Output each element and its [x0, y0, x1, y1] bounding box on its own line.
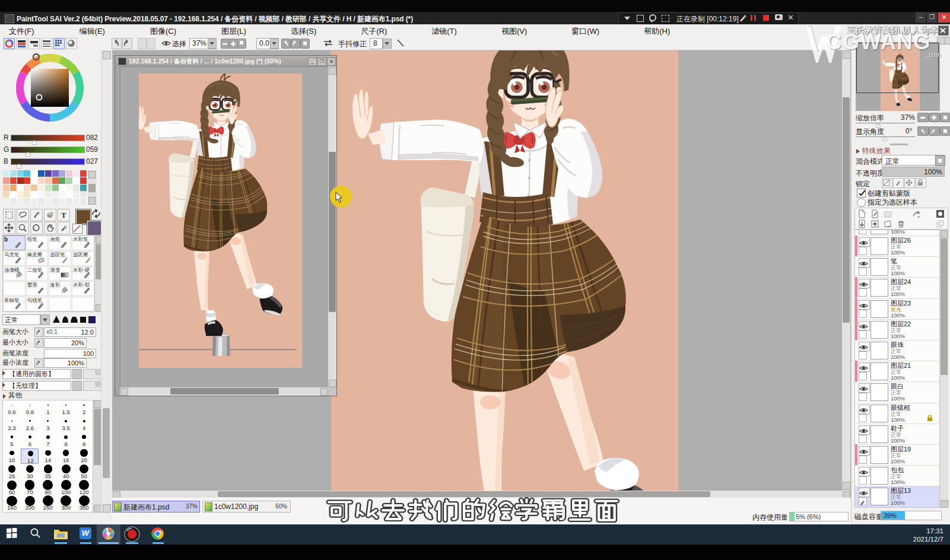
svg-text:T: T [61, 211, 66, 219]
